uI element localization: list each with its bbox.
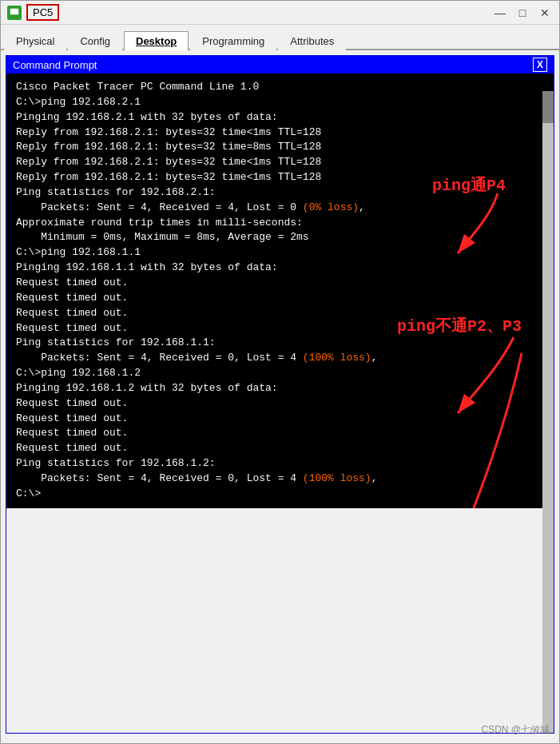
terminal-line-21: Request timed out. [16,306,544,321]
terminal-line-36: Ping statistics for 192.168.1.2: [16,456,544,471]
terminal-line-34: Request timed out. [16,441,544,456]
nav-tabs: Physical Config Desktop Programming Attr… [1,25,559,50]
svg-rect-1 [12,15,17,17]
terminal-line-17: Pinging 192.168.1.1 with 32 bytes of dat… [16,261,544,276]
terminal-line-7: Reply from 192.168.2.1: bytes=32 time<1m… [16,155,544,170]
title-bar: PC5 — □ ✕ [1,1,559,25]
terminal-line-39: C:\> [16,487,544,502]
pc-icon [7,6,22,20]
title-controls: — □ ✕ [492,6,553,19]
close-button[interactable]: ✕ [537,6,553,19]
terminal-line-6: Reply from 192.168.2.1: bytes=32 time=8m… [16,140,544,155]
terminal-line-25: Packets: Sent = 4, Received = 0, Lost = … [16,351,544,366]
scrollbar-thumb[interactable] [542,91,554,123]
terminal-line-8: Reply from 192.168.2.1: bytes=32 time<1m… [16,170,544,185]
terminal-line-1: C:\>ping 192.168.2.1 [16,95,544,110]
terminal-line-22: Request timed out. [16,321,544,336]
terminal-line-5: Reply from 192.168.2.1: bytes=32 time<1m… [16,125,544,141]
tab-config[interactable]: Config [68,31,122,50]
cmd-panel: Command Prompt X Cisco Packet Tracer PC … [6,55,554,734]
tab-programming[interactable]: Programming [190,31,276,50]
terminal-line-15: C:\>ping 192.168.1.1 [16,245,544,261]
terminal-line-31: Request timed out. [16,396,544,412]
terminal-line-0: Cisco Packet Tracer PC Command Line 1.0 [16,80,544,95]
terminal-line-13: Minimum = 0ms, Maximum = 8ms, Average = … [16,230,544,245]
tab-physical[interactable]: Physical [4,31,66,50]
cmd-title-text: Command Prompt [13,59,97,71]
terminal-line-33: Request timed out. [16,426,544,441]
tab-desktop[interactable]: Desktop [124,31,189,50]
watermark: CSDN @七倾城 [481,723,550,737]
tab-attributes[interactable]: Attributes [278,31,346,50]
svg-rect-0 [10,8,19,15]
title-bar-left: PC5 [7,4,59,21]
cmd-title-bar: Command Prompt X [6,56,554,74]
terminal-line-37: Packets: Sent = 4, Received = 0, Lost = … [16,471,544,487]
terminal-line-10: Ping statistics for 192.168.2.1: [16,185,544,201]
terminal-line-12: Approximate round trip times in milli-se… [16,216,544,231]
window-title: PC5 [26,4,59,21]
maximize-button[interactable]: □ [514,6,530,19]
svg-rect-2 [11,17,18,18]
terminal-line-27: C:\>ping 192.168.1.2 [16,366,544,381]
cmd-body[interactable]: Cisco Packet Tracer PC Command Line 1.0 … [6,74,554,508]
terminal-line-19: Request timed out. [16,276,544,291]
terminal-line-11: Packets: Sent = 4, Received = 4, Lost = … [16,201,544,216]
terminal-line-3: Pinging 192.168.2.1 with 32 bytes of dat… [16,110,544,125]
terminal-line-29: Pinging 192.168.1.2 with 32 bytes of dat… [16,381,544,396]
scrollbar-track[interactable] [542,91,554,733]
cmd-close-button[interactable]: X [533,58,547,72]
window: PC5 — □ ✕ Physical Config Desktop Progra… [0,0,560,744]
terminal-line-20: Request timed out. [16,291,544,306]
terminal-line-24: Ping statistics for 192.168.1.1: [16,336,544,351]
minimize-button[interactable]: — [492,6,508,19]
terminal-line-32: Request timed out. [16,412,544,427]
cmd-outer: Cisco Packet Tracer PC Command Line 1.0 … [6,74,554,733]
